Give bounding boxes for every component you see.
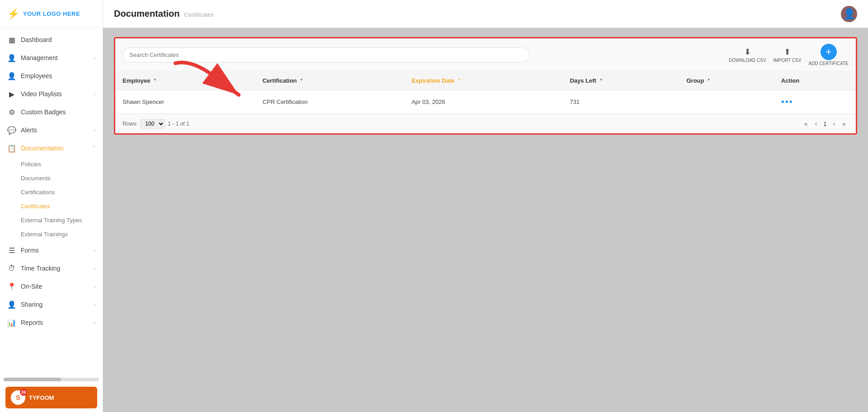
sidebar-item-label: Forms — [21, 247, 89, 254]
sidebar-subitem-external-training-types[interactable]: External Training Types — [0, 213, 103, 227]
sidebar-item-forms[interactable]: ☰ Forms › — [0, 241, 103, 259]
content-area: ⬇ DOWNLOAD CSV ⬆ IMPORT CSV + ADD CERTIF… — [103, 28, 868, 412]
sidebar: ⚡ YOUR LOGO HERE ▦ Dashboard 👤 Managemen… — [0, 0, 103, 412]
pagination-bar: Rows: 100 50 25 1 - 1 of 1 « ‹ 1 › » — [115, 114, 856, 133]
management-icon: 👤 — [7, 53, 16, 62]
sidebar-item-alerts[interactable]: 💬 Alerts › — [0, 121, 103, 139]
cell-action: ••• — [774, 90, 856, 114]
main-wrapper: Documentation Certificates 👤 ⬇ DOWNLOAD … — [103, 0, 868, 412]
add-certificate-wrap: + ADD CERTIFICATE — [808, 44, 849, 66]
sidebar-item-management[interactable]: 👤 Management › — [0, 49, 103, 67]
sidebar-item-time-tracking[interactable]: ⏱ Time Tracking › — [0, 259, 103, 277]
sidebar-item-video-playlists[interactable]: ▶ Video Playlists › — [0, 85, 103, 103]
sidebar-nav: ▦ Dashboard 👤 Management › 👤 Employees ▶… — [0, 28, 103, 376]
top-header: Documentation Certificates 👤 — [103, 0, 868, 28]
sort-icon: ˅ — [458, 79, 460, 84]
pagination-range: 1 - 1 of 1 — [168, 121, 189, 127]
col-days-left[interactable]: Days Left ˅ — [562, 72, 679, 90]
sidebar-subitem-certifications[interactable]: Certifications — [0, 185, 103, 199]
rows-dropdown[interactable]: 100 50 25 — [140, 119, 165, 129]
table-body: Shawn Spencer CPR Certification Apr 03, … — [115, 90, 856, 114]
last-page-button[interactable]: » — [840, 119, 849, 128]
badge-icon: ⚙ — [7, 108, 16, 117]
tyfoom-button[interactable]: S 26 TYFOOM — [5, 387, 97, 408]
time-icon: ⏱ — [7, 264, 16, 273]
sidebar-item-label: Time Tracking — [21, 265, 89, 272]
import-csv-button[interactable]: ⬆ IMPORT CSV — [774, 47, 802, 63]
add-certificate-button[interactable]: + — [821, 44, 837, 60]
chevron-down-icon: ˅ — [93, 145, 95, 151]
first-page-button[interactable]: « — [802, 119, 811, 128]
tyfoom-logo: S 26 — [11, 390, 25, 405]
download-csv-label: DOWNLOAD CSV — [729, 58, 766, 63]
next-page-button[interactable]: › — [830, 119, 838, 128]
sidebar-subitem-policies[interactable]: Policies — [0, 157, 103, 171]
download-icon: ⬇ — [744, 47, 751, 57]
sidebar-item-custom-badges[interactable]: ⚙ Custom Badges — [0, 103, 103, 121]
cell-certification: CPR Certification — [255, 90, 405, 114]
sidebar-item-label: Alerts — [21, 126, 89, 134]
chevron-right-icon: › — [94, 91, 95, 97]
col-action: Action — [774, 72, 856, 90]
certificates-table: Employee ˅ Certification ˅ Expiration Da… — [115, 72, 856, 114]
sidebar-item-label: Dashboard — [21, 36, 95, 43]
sidebar-item-documentation[interactable]: 📋 Documentation ˅ — [0, 139, 103, 157]
alerts-icon: 💬 — [7, 126, 16, 135]
sidebar-item-label: Sharing — [21, 301, 89, 308]
logo-text: YOUR LOGO HERE — [23, 10, 80, 17]
sidebar-subitem-documents[interactable]: Documents — [0, 171, 103, 185]
sidebar-item-dashboard[interactable]: ▦ Dashboard — [0, 31, 103, 49]
sort-icon: ˅ — [708, 79, 710, 84]
logo-area: ⚡ YOUR LOGO HERE — [0, 0, 103, 28]
sidebar-scrollbar[interactable] — [4, 378, 99, 381]
sidebar-item-reports[interactable]: 📊 Reports › — [0, 314, 103, 332]
sidebar-item-label: Employees — [21, 72, 95, 80]
import-csv-label: IMPORT CSV — [774, 58, 802, 63]
tyfoom-badge: 26 — [20, 389, 27, 396]
sidebar-subitem-certificates[interactable]: Certificates — [0, 199, 103, 213]
page-title: Documentation — [114, 9, 180, 19]
rows-label: Rows: — [123, 121, 137, 127]
chevron-right-icon: › — [94, 266, 95, 271]
col-certification[interactable]: Certification ˅ — [255, 72, 405, 90]
sort-icon: ˅ — [600, 79, 602, 84]
onsite-icon: 📍 — [7, 282, 16, 291]
chevron-right-icon: › — [94, 320, 95, 325]
chevron-right-icon: › — [94, 248, 95, 253]
sidebar-item-label: Video Playlists — [21, 90, 89, 98]
sidebar-subitem-external-trainings[interactable]: External Trainings — [0, 227, 103, 241]
download-csv-button[interactable]: ⬇ DOWNLOAD CSV — [729, 47, 766, 63]
sidebar-item-label: Custom Badges — [21, 108, 95, 116]
current-page: 1 — [821, 121, 828, 127]
cell-days-left: 731 — [562, 90, 679, 114]
sidebar-item-label: Documentation — [21, 145, 88, 152]
chevron-right-icon: › — [94, 127, 95, 133]
table-header: Employee ˅ Certification ˅ Expiration Da… — [115, 72, 856, 90]
col-expiration-date[interactable]: Expiration Date ˅ — [404, 72, 562, 90]
header-title-area: Documentation Certificates — [114, 9, 214, 19]
chevron-right-icon: › — [94, 302, 95, 307]
sidebar-item-sharing[interactable]: 👤 Sharing › — [0, 295, 103, 314]
documentation-icon: 📋 — [7, 144, 16, 153]
avatar[interactable]: 👤 — [841, 6, 857, 22]
breadcrumb: Certificates — [184, 11, 214, 18]
sidebar-item-label: Management — [21, 54, 89, 61]
sidebar-item-label: On-Site — [21, 283, 89, 290]
col-employee[interactable]: Employee ˅ — [115, 72, 255, 90]
col-group[interactable]: Group ˅ — [679, 72, 774, 90]
sidebar-item-on-site[interactable]: 📍 On-Site › — [0, 277, 103, 295]
rows-select: Rows: 100 50 25 1 - 1 of 1 — [123, 119, 189, 129]
certificates-table-container: ⬇ DOWNLOAD CSV ⬆ IMPORT CSV + ADD CERTIF… — [114, 37, 857, 135]
chevron-right-icon: › — [94, 284, 95, 289]
tyfoom-label: TYFOOM — [29, 394, 54, 401]
sharing-icon: 👤 — [7, 300, 16, 309]
logo-icon: ⚡ — [7, 8, 19, 20]
sidebar-item-employees[interactable]: 👤 Employees — [0, 67, 103, 85]
search-input-wrap — [123, 47, 529, 62]
search-input[interactable] — [123, 47, 529, 62]
forms-icon: ☰ — [7, 246, 16, 255]
prev-page-button[interactable]: ‹ — [812, 119, 820, 128]
sort-icon: ˅ — [300, 79, 302, 84]
chevron-right-icon: › — [94, 55, 95, 61]
action-menu-button[interactable]: ••• — [781, 97, 793, 107]
